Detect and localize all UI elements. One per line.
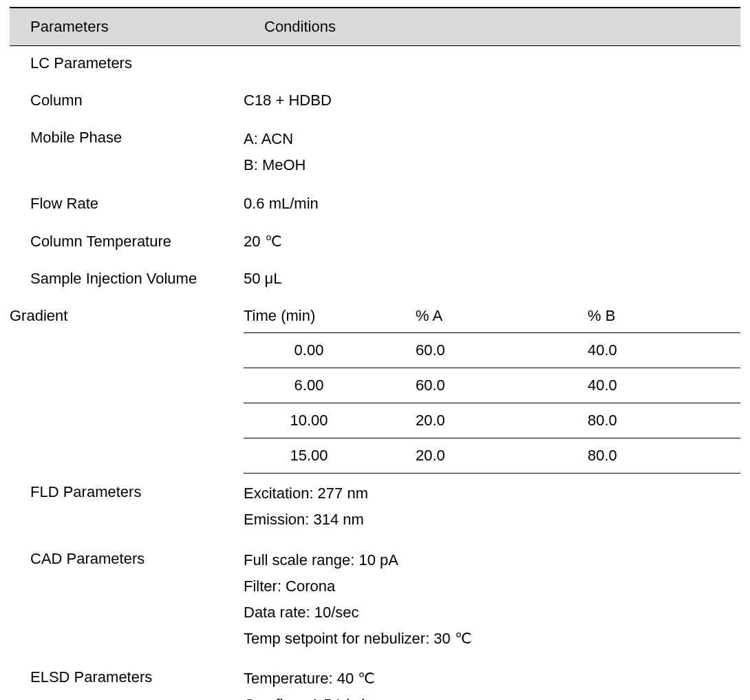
table-row: Mobile Phase A: ACN B: MeOH xyxy=(10,119,740,185)
table-row: Column Temperature 20 ℃ xyxy=(10,223,740,260)
gradient-header-a: % A xyxy=(416,297,588,333)
flow-rate-value: 0.6 mL/min xyxy=(244,185,740,222)
gradient-a: 60.0 xyxy=(416,368,588,403)
gradient-row: 6.00 60.0 40.0 xyxy=(10,368,740,403)
gradient-label: Gradient xyxy=(10,297,244,333)
gradient-b: 80.0 xyxy=(588,403,740,438)
gradient-row: 0.00 60.0 40.0 xyxy=(10,333,740,368)
gradient-time: 15.00 xyxy=(244,438,416,474)
column-temperature-value: 20 ℃ xyxy=(244,223,740,260)
mobile-phase-b: B: MeOH xyxy=(244,152,733,178)
gradient-header-row: Gradient Time (min) % A % B xyxy=(10,297,740,333)
table-row: Sample Injection Volume 50 μL xyxy=(10,260,740,297)
mobile-phase-value: A: ACN B: MeOH xyxy=(244,119,740,185)
lc-parameters-value xyxy=(244,46,740,83)
elsd-parameters-label: ELSD Parameters xyxy=(10,659,244,700)
gradient-b: 80.0 xyxy=(588,438,740,474)
column-value: C18 + HDBD xyxy=(244,82,740,119)
table-row: LC Parameters xyxy=(10,46,740,83)
fld-parameters-value: Excitation: 277 nm Emission: 314 nm xyxy=(244,474,740,540)
fld-excitation: Excitation: 277 nm xyxy=(244,480,733,507)
lc-parameters-label: LC Parameters xyxy=(10,46,244,83)
column-temperature-label: Column Temperature xyxy=(10,223,244,260)
gradient-b: 40.0 xyxy=(588,368,740,403)
fld-parameters-label: FLD Parameters xyxy=(10,474,244,540)
gradient-time: 6.00 xyxy=(244,368,416,403)
sample-injection-volume-value: 50 μL xyxy=(244,260,740,297)
gradient-a: 20.0 xyxy=(416,403,588,438)
flow-rate-label: Flow Rate xyxy=(10,185,244,222)
gradient-b: 40.0 xyxy=(588,333,740,368)
sample-injection-volume-label: Sample Injection Volume xyxy=(10,260,244,297)
table-row: CAD Parameters Full scale range: 10 pA F… xyxy=(10,540,740,659)
column-label: Column xyxy=(10,82,244,119)
cad-temp-setpoint: Temp setpoint for nebulizer: 30 ℃ xyxy=(244,626,733,652)
parameters-table: Parameters Conditions LC Parameters Colu… xyxy=(10,7,740,700)
header-conditions: Conditions xyxy=(244,8,740,46)
cad-parameters-label: CAD Parameters xyxy=(10,540,244,659)
header-parameters: Parameters xyxy=(10,8,244,46)
table-row: Flow Rate 0.6 mL/min xyxy=(10,185,740,222)
elsd-gas-flow: Gas flow: 1.5 L/min xyxy=(244,692,733,700)
mobile-phase-label: Mobile Phase xyxy=(10,119,244,185)
fld-emission: Emission: 314 nm xyxy=(244,507,733,533)
cad-data-rate: Data rate: 10/sec xyxy=(244,600,733,626)
mobile-phase-a: A: ACN xyxy=(244,126,733,152)
gradient-header-time: Time (min) xyxy=(244,297,416,333)
gradient-header-b: % B xyxy=(588,297,740,333)
gradient-a: 60.0 xyxy=(416,333,588,368)
gradient-time: 10.00 xyxy=(244,403,416,438)
gradient-row: 10.00 20.0 80.0 xyxy=(10,403,740,438)
gradient-a: 20.0 xyxy=(416,438,588,474)
table-header-row: Parameters Conditions xyxy=(10,8,740,46)
cad-filter: Filter: Corona xyxy=(244,573,733,600)
cad-parameters-value: Full scale range: 10 pA Filter: Corona D… xyxy=(244,540,740,659)
table-row: Column C18 + HDBD xyxy=(10,82,740,119)
table-row: ELSD Parameters Temperature: 40 ℃ Gas fl… xyxy=(10,659,740,700)
gradient-row: 15.00 20.0 80.0 xyxy=(10,438,740,474)
cad-full-scale-range: Full scale range: 10 pA xyxy=(244,547,733,573)
elsd-parameters-value: Temperature: 40 ℃ Gas flow: 1.5 L/min Ga… xyxy=(244,659,740,700)
gradient-time: 0.00 xyxy=(244,333,416,368)
elsd-temperature: Temperature: 40 ℃ xyxy=(244,666,733,692)
table-row: FLD Parameters Excitation: 277 nm Emissi… xyxy=(10,474,740,540)
